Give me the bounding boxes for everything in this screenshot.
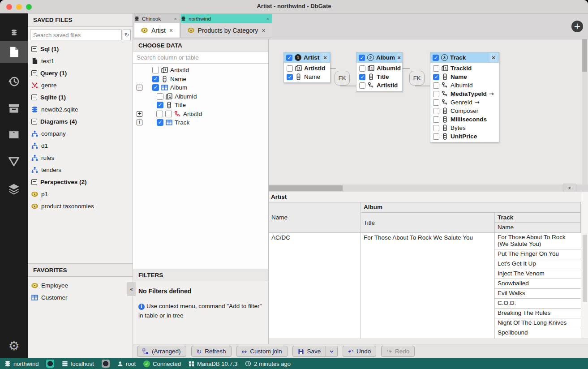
- tab-artist[interactable]: Artist ×: [134, 23, 180, 38]
- close-icon[interactable]: ×: [322, 53, 329, 62]
- tree-row-title[interactable]: Title: [133, 101, 268, 110]
- checkbox[interactable]: [165, 111, 172, 117]
- save-button[interactable]: Save: [292, 346, 326, 357]
- column-group-album[interactable]: Album: [361, 202, 581, 213]
- checkbox[interactable]: [433, 65, 439, 72]
- designer-table-artist-header[interactable]: 1 Artist ×: [284, 52, 330, 63]
- designer-column[interactable]: UnitPrice: [430, 132, 499, 141]
- arranged-button[interactable]: (Arranged): [137, 346, 186, 357]
- status-last-refresh[interactable]: 2 minutes ago: [245, 360, 291, 367]
- cell-track-name[interactable]: C.O.D.: [495, 299, 581, 309]
- expand-icon[interactable]: +: [137, 111, 142, 117]
- designer-table-album-header[interactable]: 2 Album ×: [356, 52, 402, 63]
- column-header-artist-name[interactable]: Name: [269, 202, 361, 233]
- saved-file-company[interactable]: company: [28, 128, 133, 140]
- close-icon[interactable]: ×: [266, 16, 269, 21]
- column-group-track[interactable]: Track: [495, 213, 581, 223]
- cell-track-name[interactable]: Night Of The Long Knives: [495, 318, 581, 328]
- diagram-vertical-scrollbar[interactable]: [582, 39, 588, 184]
- settings-gear-icon[interactable]: ⚙: [0, 335, 28, 356]
- server-engine-badge-icon[interactable]: [102, 360, 110, 368]
- saved-files-group-diagrams[interactable]: −Diagrams (4): [28, 116, 133, 128]
- designer-column[interactable]: AlbumId: [430, 81, 499, 90]
- close-icon[interactable]: ×: [174, 16, 177, 21]
- checkbox[interactable]: [433, 82, 439, 89]
- redo-button[interactable]: ↷Redo: [381, 346, 415, 357]
- designer-column[interactable]: MediaTypeId→: [430, 90, 499, 98]
- saved-files-group-sql[interactable]: −Sql (1): [28, 43, 133, 55]
- choose-data-search-input[interactable]: [133, 51, 268, 64]
- tree-row-albumid[interactable]: 1 AlbumId: [133, 92, 268, 101]
- refresh-button[interactable]: ↻Refresh: [191, 346, 232, 357]
- custom-join-button[interactable]: ↔Custom join: [236, 346, 288, 357]
- checkbox[interactable]: [433, 116, 439, 123]
- checkbox[interactable]: [157, 93, 163, 100]
- saved-file-test1[interactable]: test1: [28, 55, 133, 67]
- designer-column[interactable]: Composer: [430, 107, 499, 115]
- tree-row-artistid[interactable]: 1 ArtistId: [133, 66, 268, 75]
- grid-vertical-scrollbar[interactable]: [581, 192, 588, 339]
- designer-column[interactable]: Milliseconds: [430, 115, 499, 124]
- book-icon[interactable]: [0, 124, 28, 146]
- saved-file-d1[interactable]: d1: [28, 140, 133, 152]
- saved-files-group-sqlite[interactable]: −Sqlite (1): [28, 91, 133, 103]
- checkbox[interactable]: [157, 119, 163, 126]
- checkbox[interactable]: [433, 55, 439, 61]
- designer-column[interactable]: Title: [356, 73, 402, 81]
- cell-track-name[interactable]: For Those About To Rock (We Salute You): [495, 233, 581, 249]
- tab-group-chinook[interactable]: Chinook ×: [134, 14, 180, 23]
- checkbox[interactable]: [157, 102, 163, 108]
- checkbox[interactable]: [433, 125, 439, 131]
- checkbox[interactable]: [156, 111, 163, 117]
- undo-button[interactable]: ↶Undo: [343, 346, 376, 357]
- designer-column[interactable]: ArtistId: [356, 81, 402, 90]
- scroll-up-button[interactable]: «: [563, 184, 576, 192]
- designer-canvas[interactable]: 1 Artist × 1 ArtistId Name FK 2 Album: [269, 39, 588, 184]
- close-icon[interactable]: ×: [262, 27, 265, 34]
- checkbox[interactable]: [433, 74, 439, 80]
- status-connection[interactable]: ✓ Connected: [143, 360, 181, 367]
- cell-track-name[interactable]: Breaking The Rules: [495, 309, 581, 318]
- collapse-icon[interactable]: −: [137, 85, 142, 90]
- designer-column[interactable]: 1 ArtistId: [284, 64, 330, 73]
- checkbox[interactable]: [152, 84, 159, 91]
- collapse-icon[interactable]: −: [31, 179, 37, 185]
- tree-row-artistid-fk[interactable]: + ArtistId: [133, 110, 268, 119]
- collapse-icon[interactable]: −: [31, 119, 37, 124]
- checkbox[interactable]: [433, 108, 439, 114]
- saved-file-genre[interactable]: genre: [28, 79, 133, 91]
- status-user[interactable]: root: [117, 360, 136, 367]
- scrollbar-thumb[interactable]: [582, 39, 587, 72]
- close-icon[interactable]: ×: [169, 27, 173, 34]
- saved-file-tenders[interactable]: tenders: [28, 164, 133, 176]
- save-dropdown-button[interactable]: [326, 346, 338, 357]
- status-server[interactable]: localhost: [62, 360, 94, 367]
- column-header-album-title[interactable]: Title: [361, 213, 495, 233]
- checkbox[interactable]: [359, 65, 365, 72]
- saved-files-search-input[interactable]: [30, 30, 122, 40]
- new-connection-plus-button[interactable]: +: [571, 21, 583, 32]
- fk-join-badge[interactable]: FK: [335, 71, 350, 86]
- designer-column[interactable]: 1 TrackId: [430, 64, 499, 73]
- designer-column[interactable]: 1 AlbumId: [356, 64, 402, 73]
- designer-table-track[interactable]: 3 Track × 1 TrackId Name AlbumId MediaTy…: [430, 52, 499, 142]
- saved-file-product-taxonomies[interactable]: product taxonomies: [28, 200, 133, 212]
- designer-column[interactable]: Name: [430, 73, 499, 81]
- tree-row-track[interactable]: + Track: [133, 118, 268, 127]
- scrollbar-thumb[interactable]: [269, 185, 343, 191]
- tab-group-northwind[interactable]: northwind ×: [180, 14, 272, 23]
- checkbox[interactable]: [433, 133, 439, 140]
- follow-reference-arrow[interactable]: →: [475, 99, 480, 106]
- checkbox[interactable]: [359, 74, 365, 80]
- saved-file-rules[interactable]: rules: [28, 152, 133, 164]
- saved-files-group-query[interactable]: −Query (1): [28, 67, 133, 79]
- checkbox[interactable]: [433, 91, 439, 97]
- history-icon[interactable]: [0, 71, 28, 92]
- checkbox[interactable]: [286, 55, 292, 61]
- column-header-track-name[interactable]: Name: [495, 223, 581, 233]
- follow-reference-arrow[interactable]: →: [489, 90, 494, 97]
- close-icon[interactable]: ×: [489, 53, 498, 62]
- layers-icon[interactable]: [0, 178, 28, 200]
- refresh-files-icon[interactable]: ↻: [123, 30, 131, 40]
- checkbox[interactable]: [287, 74, 293, 80]
